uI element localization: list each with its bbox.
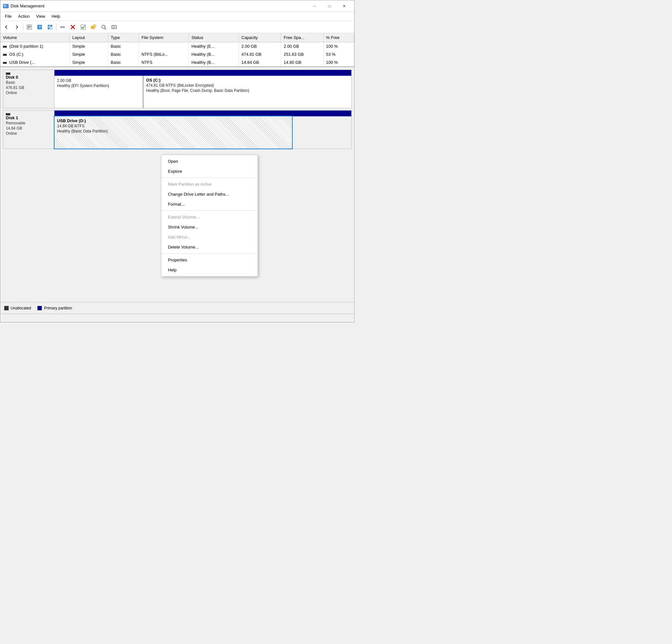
cell-layout-0: Simple [70,42,108,51]
context-menu-item-6[interactable]: Shrink Volume... [161,222,257,232]
partition-label-0-1: OS (C:) [146,78,349,83]
svg-rect-21 [94,25,96,27]
context-menu-item-4[interactable]: Format... [161,199,257,209]
disk-size-1: 14.84 GB [6,126,51,131]
disk-header-bar-1 [55,110,351,116]
legend-primary-label: Primary partition [44,306,72,310]
disk-partitions-0: 2.00 GB Healthy (EFI System Partition) O… [55,70,352,108]
context-menu-item-3[interactable]: Change Drive Letter and Paths... [161,189,257,199]
disk-parts-body-0: 2.00 GB Healthy (EFI System Partition) O… [55,76,351,108]
cell-volume-0: (Disk 0 partition 1) [0,42,70,51]
export-button[interactable] [109,23,119,32]
col-header-free: Free Spa... [281,33,323,42]
maximize-button[interactable]: □ [322,0,337,12]
cell-status-2: Healthy (B... [189,58,239,67]
context-separator-1 [161,178,257,178]
context-menu-item-2: Mark Partition as Active [161,179,257,189]
app-icon [3,3,9,9]
partition-0-1[interactable]: OS (C:) 474.81 GB NTFS (BitLocker Encryp… [143,76,351,108]
close-button[interactable]: ✕ [337,0,352,12]
add-button[interactable] [89,23,98,32]
svg-line-23 [105,28,106,29]
svg-point-22 [102,25,105,28]
context-menu-item-10[interactable]: Help [161,265,257,275]
menu-file[interactable]: File [2,13,15,20]
disk-status-0: Online [6,91,51,95]
cell-type-2: Basic [108,58,139,67]
context-menu-item-8[interactable]: Delete Volume... [161,242,257,252]
context-menu-item-0[interactable]: Open [161,156,257,166]
delete-button[interactable] [68,23,78,32]
minimize-button[interactable]: − [307,0,322,12]
context-separator-4 [161,211,257,211]
cell-volume-1: OS (C:) [0,50,70,58]
back-button[interactable] [2,23,11,32]
legend-unallocated-label: Unallocated [11,306,31,310]
disk-parts-body-1: USB Drive (D:) 14.84 GB NTFS Healthy (Ba… [55,116,351,148]
legend-primary: Primary partition [37,306,72,310]
cell-capacity-1: 474.81 GB [239,50,281,58]
cell-fs-0 [139,42,189,51]
find-button[interactable] [99,23,109,32]
svg-text:?: ? [39,25,41,29]
legend-unallocated-box [4,306,9,310]
toolbar-separator-2 [56,23,57,31]
context-menu-item-1[interactable]: Explore [161,166,257,176]
window-controls: − □ ✕ [307,0,352,12]
col-header-filesystem: File System [139,33,189,42]
partition-size-0-0: 2.00 GB [57,78,140,83]
cell-pct-0: 100 % [323,42,354,51]
disk-name-0: Disk 0 [6,75,51,80]
cell-status-1: Healthy (B... [189,50,239,58]
cell-free-1: 251.63 GB [281,50,323,58]
col-header-volume: Volume [0,33,70,42]
context-menu-item-7: Add Mirror... [161,232,257,242]
cell-capacity-0: 2.00 GB [239,42,281,51]
connect-button[interactable] [58,23,67,32]
partition-size-0-1: 474.81 GB NTFS (BitLocker Encrypted) [146,83,349,88]
cell-capacity-2: 14.84 GB [239,58,281,67]
disk-type-0: Basic [6,80,51,85]
svg-rect-6 [28,27,31,27]
title-bar: Disk Management − □ ✕ [0,0,354,12]
properties-button[interactable] [24,23,34,32]
context-menu-item-5: Extend Volume... [161,212,257,222]
legend-primary-box [37,306,42,310]
svg-point-14 [61,26,62,28]
svg-rect-3 [4,7,7,7]
menu-view[interactable]: View [33,13,48,20]
forward-button[interactable] [12,23,22,32]
cell-fs-2: NTFS [139,58,189,67]
window-title: Disk Management [11,3,307,8]
svg-rect-12 [48,27,50,29]
describe-button[interactable] [45,23,55,32]
context-menu-item-9[interactable]: Properties [161,255,257,265]
disk-size-0: 476.81 GB [6,85,51,90]
context-menu: OpenExploreMark Partition as ActiveChang… [161,155,258,276]
disk-row-0: Disk 0 Basic 476.81 GB Online 2.00 GB He… [3,70,352,108]
check-button[interactable] [78,23,88,32]
svg-rect-5 [28,26,31,26]
menu-help[interactable]: Help [48,13,63,20]
partition-label-1-0: USB Drive (D:) [57,118,289,123]
table-row[interactable]: USB Drive (... Simple Basic NTFS Healthy… [0,58,354,67]
main-window: Disk Management − □ ✕ File Action View H… [0,0,355,322]
disk-type-1: Removable [6,121,51,126]
col-header-layout: Layout [70,33,108,42]
partition-0-0[interactable]: 2.00 GB Healthy (EFI System Partition) [55,76,143,108]
legend-unallocated: Unallocated [4,306,31,310]
disk-header-bar-0 [55,70,351,76]
col-header-pct: % Free [323,33,354,42]
cell-fs-1: NTFS (BitLo... [139,50,189,58]
table-row[interactable]: OS (C:) Simple Basic NTFS (BitLo... Heal… [0,50,354,58]
cell-status-0: Healthy (E... [189,42,239,51]
menu-action[interactable]: Action [15,13,33,20]
disk-label-1: Disk 1 Removable 14.84 GB Online [3,110,55,149]
cell-pct-1: 53 % [323,50,354,58]
disk-row-1: Disk 1 Removable 14.84 GB Online USB Dri… [3,110,352,149]
partition-1-0[interactable]: USB Drive (D:) 14.84 GB NTFS Healthy (Ba… [55,116,292,148]
menu-bar: File Action View Help [0,12,354,21]
table-row[interactable]: (Disk 0 partition 1) Simple Basic Health… [0,42,354,51]
help-toolbar-button[interactable]: ? [35,23,45,32]
partition-status-1-0: Healthy (Basic Data Partition) [57,129,289,133]
